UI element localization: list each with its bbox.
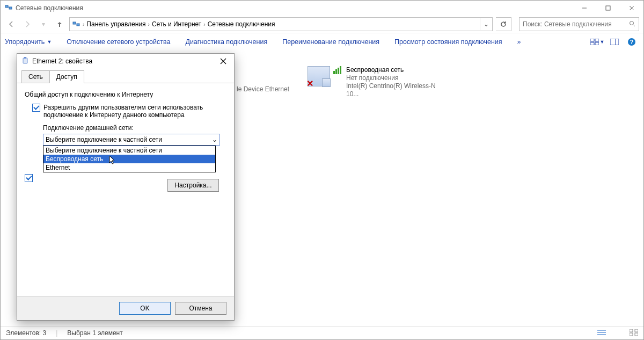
combo-option-selected[interactable]: Беспроводная сеть xyxy=(43,155,215,163)
history-dropdown[interactable]: ▾ xyxy=(37,18,50,31)
svg-rect-3 xyxy=(606,6,610,10)
svg-rect-7 xyxy=(77,24,79,26)
search-placeholder: Поиск: Сетевые подключения xyxy=(523,20,629,28)
combo-selected-value: Выберите подключение к частной сети xyxy=(46,136,162,143)
chevron-right-icon: › xyxy=(203,21,205,27)
chevron-right-icon: › xyxy=(148,21,150,27)
dialog-title: Ethernet 2: свойства xyxy=(32,57,92,65)
svg-rect-22 xyxy=(635,329,638,332)
connection-status: Нет подключения xyxy=(346,74,447,82)
allow-sharing-label: Разрешить другим пользователям сети испо… xyxy=(43,104,221,119)
connection-icon: ✕ xyxy=(308,66,330,86)
svg-rect-25 xyxy=(23,58,27,63)
status-bar: Элементов: 3 | Выбран 1 элемент xyxy=(1,326,643,339)
help-button[interactable]: ? xyxy=(624,35,639,48)
wifi-signal-icon xyxy=(333,66,341,74)
maximize-button[interactable] xyxy=(596,1,620,16)
svg-rect-12 xyxy=(590,42,594,45)
breadcrumb-dropdown[interactable]: ⌄ xyxy=(480,18,492,30)
home-connection-combo[interactable]: Выберите подключение к частной сети ⌄ xyxy=(43,134,220,146)
more-commands[interactable]: » xyxy=(517,38,521,46)
connection-device: Intel(R) Centrino(R) Wireless-N 10... xyxy=(346,82,447,98)
allow-sharing-checkbox[interactable] xyxy=(32,104,40,112)
svg-rect-11 xyxy=(595,39,599,41)
status-element-count: Элементов: 3 xyxy=(6,329,46,337)
disable-device-button[interactable]: Отключение сетевого устройства xyxy=(67,38,170,46)
breadcrumb[interactable]: › Панель управления › Сеть и Интернет › … xyxy=(69,17,493,31)
dialog-body: Общий доступ к подключению к Интернету Р… xyxy=(17,83,234,198)
svg-rect-13 xyxy=(595,42,599,45)
up-button[interactable] xyxy=(53,18,66,31)
rename-button[interactable]: Переименование подключения xyxy=(282,38,379,46)
sharing-group-label: Общий доступ к подключению к Интернету xyxy=(25,91,226,98)
connection-partial-label: le Device Ethernet xyxy=(237,85,289,93)
dialog-tabs: Сеть Доступ xyxy=(17,70,234,83)
nav-row: ▾ › Панель управления › Сеть и Интернет … xyxy=(1,16,643,33)
svg-text:?: ? xyxy=(630,39,634,45)
search-input[interactable]: Поиск: Сетевые подключения xyxy=(519,17,639,31)
window-title: Сетевые подключения xyxy=(16,4,83,12)
tab-sharing[interactable]: Доступ xyxy=(49,70,84,83)
dialog-titlebar[interactable]: Ethernet 2: свойства xyxy=(17,54,234,69)
svg-rect-23 xyxy=(630,333,633,336)
svg-rect-0 xyxy=(5,5,8,8)
connection-name: Беспроводная сеть xyxy=(346,66,447,74)
home-connection-combo-list: Выберите подключение к частной сети Бесп… xyxy=(43,146,216,172)
minimize-button[interactable] xyxy=(573,1,596,16)
dialog-footer: OK Отмена xyxy=(17,296,234,320)
adapter-icon xyxy=(21,57,29,66)
titlebar: Сетевые подключения xyxy=(1,1,643,16)
view-details-button[interactable] xyxy=(597,329,606,337)
svg-rect-6 xyxy=(73,22,76,24)
connection-item-wireless[interactable]: ✕ Беспроводная сеть Нет подключения Inte… xyxy=(308,66,447,98)
svg-rect-1 xyxy=(9,7,12,9)
breadcrumb-item[interactable]: Сетевые подключения xyxy=(208,20,275,28)
cursor-icon xyxy=(109,155,116,165)
main-window: Сетевые подключения ▾ › Панель управлени… xyxy=(0,0,644,340)
refresh-button[interactable] xyxy=(496,17,511,31)
search-icon xyxy=(629,20,635,28)
allow-control-checkbox[interactable] xyxy=(25,174,33,182)
status-selected-count: Выбран 1 элемент xyxy=(67,329,122,337)
error-x-icon: ✕ xyxy=(306,78,313,89)
combo-option[interactable]: Выберите подключение к частной сети xyxy=(43,146,215,155)
svg-rect-10 xyxy=(590,39,594,41)
forward-button[interactable] xyxy=(21,18,34,31)
chevron-down-icon: ⌄ xyxy=(212,136,217,143)
settings-button[interactable]: Настройка... xyxy=(167,179,219,192)
breadcrumb-icon xyxy=(72,20,80,28)
svg-rect-26 xyxy=(24,57,26,59)
view-layout-button[interactable]: ▼ xyxy=(590,35,605,48)
diagnose-button[interactable]: Диагностика подключения xyxy=(185,38,267,46)
cancel-button[interactable]: Отмена xyxy=(175,302,226,315)
chevron-right-icon: › xyxy=(83,21,84,27)
view-large-icons-button[interactable] xyxy=(630,329,638,337)
svg-line-9 xyxy=(633,25,635,26)
svg-rect-24 xyxy=(635,333,638,336)
svg-point-8 xyxy=(630,21,634,25)
organize-menu[interactable]: Упорядочить ▼ xyxy=(5,38,52,46)
breadcrumb-item[interactable]: Панель управления xyxy=(86,20,145,28)
breadcrumb-item[interactable]: Сеть и Интернет xyxy=(152,20,201,28)
combo-option[interactable]: Ethernet xyxy=(43,163,215,172)
close-button[interactable] xyxy=(620,1,643,16)
svg-rect-14 xyxy=(610,39,619,45)
home-connection-label: Подключение домашней сети: xyxy=(43,124,226,132)
chevron-down-icon: ▼ xyxy=(47,39,52,45)
properties-dialog: Ethernet 2: свойства Сеть Доступ Общий д… xyxy=(17,53,235,321)
dialog-close-button[interactable] xyxy=(213,54,234,69)
app-icon xyxy=(5,4,12,13)
preview-pane-button[interactable] xyxy=(607,35,622,48)
view-status-button[interactable]: Просмотр состояния подключения xyxy=(394,38,502,46)
command-bar: Упорядочить ▼ Отключение сетевого устрой… xyxy=(1,33,643,51)
ok-button[interactable]: OK xyxy=(119,302,171,315)
back-button[interactable] xyxy=(5,18,18,31)
svg-rect-21 xyxy=(630,329,633,332)
tab-network[interactable]: Сеть xyxy=(21,70,50,83)
